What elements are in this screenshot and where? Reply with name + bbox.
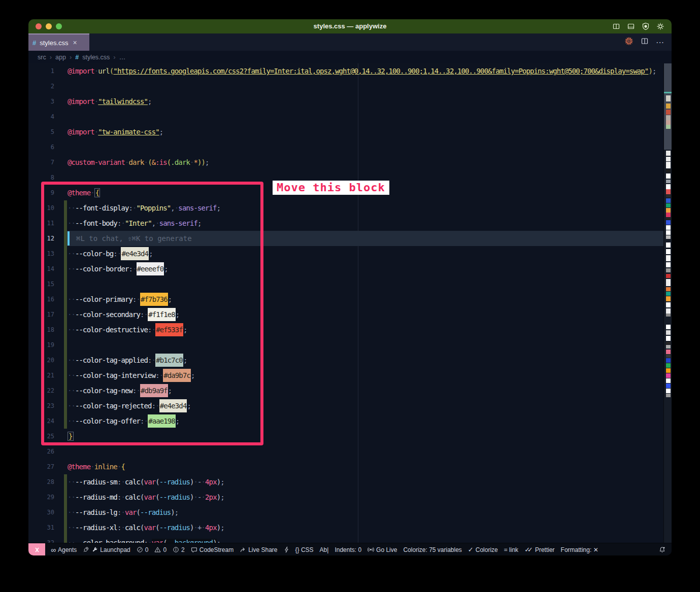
code-editor[interactable]: 1@import·url("https://fonts.googleapis.c… bbox=[28, 63, 672, 543]
code-token: ·· bbox=[68, 539, 75, 543]
overview-color-mark bbox=[666, 287, 671, 291]
code-line-29: ··--radius-md:·calc(var(--radius)·-·2px)… bbox=[28, 490, 663, 505]
ellipsis-icon[interactable]: ⋯ bbox=[656, 38, 664, 47]
code-token: ( bbox=[140, 524, 144, 532]
code-token: ( bbox=[140, 478, 144, 486]
code-token: :is bbox=[155, 158, 167, 166]
overview-color-mark bbox=[666, 180, 671, 183]
overview-color-mark bbox=[666, 120, 671, 125]
code-token: var bbox=[144, 524, 156, 532]
overview-color-mark bbox=[666, 110, 671, 115]
code-token: --radius bbox=[159, 478, 190, 486]
code-token: )) bbox=[197, 158, 205, 166]
annotation-rectangle bbox=[41, 182, 263, 445]
breadcrumb-file[interactable]: styles.css bbox=[82, 54, 110, 61]
overview-color-mark bbox=[666, 350, 671, 354]
tab-label: styles.css bbox=[40, 39, 68, 47]
overview-color-mark bbox=[666, 342, 671, 344]
overview-color-mark bbox=[666, 368, 671, 373]
statusbar-item-codestream[interactable]: CodeStream bbox=[191, 546, 234, 553]
code-token: "tw-animate-css" bbox=[98, 128, 159, 136]
overview-color-mark bbox=[666, 189, 671, 194]
code-token: --radius bbox=[159, 524, 190, 532]
layout-panel-icon[interactable] bbox=[627, 22, 635, 30]
statusbar-item-indents-0[interactable]: Indents: 0 bbox=[335, 546, 361, 553]
code-token: ; bbox=[159, 128, 163, 136]
code-token: ) bbox=[213, 539, 217, 543]
remote-indicator-button[interactable] bbox=[28, 543, 45, 555]
code-token: --radius bbox=[140, 508, 171, 516]
code-token: · bbox=[148, 539, 152, 543]
code-token: calc bbox=[125, 524, 140, 532]
code-token: inline bbox=[94, 463, 117, 471]
statusbar-item-bell-icon[interactable] bbox=[659, 546, 665, 553]
code-token: ·· bbox=[68, 508, 75, 516]
code-token: @import bbox=[68, 67, 94, 75]
statusbar-item-launchpad[interactable]: Launchpad bbox=[83, 546, 130, 553]
overview-color-mark bbox=[666, 151, 671, 156]
statusbar-item-bolt-icon[interactable] bbox=[284, 546, 289, 553]
breadcrumb-app[interactable]: app bbox=[55, 54, 66, 61]
overview-color-mark bbox=[666, 325, 671, 329]
code-token: · bbox=[194, 478, 198, 486]
statusbar-item-colorize-75-variables[interactable]: Colorize: 75 variables bbox=[403, 546, 461, 553]
breadcrumb-more[interactable]: … bbox=[119, 54, 126, 61]
statusbar-item-prettier[interactable]: ✓✓Prettier bbox=[524, 546, 554, 553]
wrench-icon bbox=[91, 546, 98, 553]
statusbar-item-0[interactable]: 0 bbox=[137, 546, 149, 553]
overview-ruler[interactable] bbox=[663, 63, 672, 543]
statusbar-label: Live Share bbox=[248, 546, 277, 553]
code-token: ·· bbox=[68, 478, 75, 486]
statusbar-label: Colorize: 75 variables bbox=[403, 546, 461, 553]
overview-color-mark bbox=[666, 255, 671, 261]
layout-columns-icon[interactable] bbox=[612, 22, 620, 30]
code-token: .dark bbox=[171, 158, 190, 166]
overview-color-mark bbox=[666, 336, 671, 341]
code-token: @import bbox=[68, 97, 94, 106]
code-token: · bbox=[121, 493, 125, 501]
code-token: ·· bbox=[68, 493, 75, 501]
gear-icon[interactable] bbox=[656, 22, 664, 30]
statusbar-item-agents[interactable]: ∞Agents bbox=[51, 546, 77, 553]
statusbar-item-colorize[interactable]: ✓Colorize bbox=[468, 546, 498, 553]
chevron-right-icon: › bbox=[50, 53, 52, 61]
code-line-27: @theme·inline·{ bbox=[28, 459, 663, 474]
shield-icon[interactable] bbox=[642, 22, 650, 30]
code-token: ( bbox=[155, 493, 159, 501]
statusbar-item-go-live[interactable]: Go Live bbox=[368, 546, 397, 553]
code-token: var bbox=[152, 539, 163, 543]
editor-actions: ⋯ bbox=[624, 33, 664, 51]
statusbar-item-live-share[interactable]: Live Share bbox=[240, 546, 277, 553]
statusbar-label: Indents: 0 bbox=[335, 546, 361, 553]
code-token: dark bbox=[128, 158, 144, 166]
tab-styles-css[interactable]: # styles.css × bbox=[28, 33, 89, 51]
warning-icon bbox=[154, 546, 161, 553]
code-line-5: @import·"tw-animate-css"; bbox=[28, 124, 663, 140]
statusbar-item-css[interactable]: {} CSS bbox=[295, 546, 314, 553]
info-icon bbox=[173, 546, 179, 553]
close-tab-icon[interactable]: × bbox=[73, 39, 77, 47]
overview-color-mark bbox=[666, 162, 671, 168]
statusbar-item-ab[interactable]: Ab| bbox=[320, 546, 329, 553]
statusbar-item-link[interactable]: = link bbox=[504, 546, 518, 553]
statusbar-item-formatting[interactable]: Formatting: ✕ bbox=[561, 546, 598, 553]
code-line-31: ··--radius-xl:·calc(var(--radius)·+·4px)… bbox=[28, 520, 663, 535]
overview-color-mark bbox=[666, 115, 671, 120]
code-token: var bbox=[125, 508, 137, 516]
title-bar: styles.css — applywize bbox=[28, 19, 672, 33]
error-icon bbox=[137, 546, 143, 553]
code-line-30: ··--radius-lg:·var(--radius); bbox=[28, 505, 663, 520]
code-token: --radius-sm bbox=[75, 478, 117, 486]
statusbar-item-2[interactable]: 2 bbox=[173, 546, 185, 553]
code-token: · bbox=[202, 478, 206, 486]
code-token: ( bbox=[155, 478, 159, 486]
breadcrumb-src[interactable]: src bbox=[38, 54, 46, 61]
bell-icon bbox=[659, 546, 665, 553]
starburst-icon[interactable] bbox=[624, 37, 634, 48]
split-editor-icon[interactable] bbox=[641, 37, 649, 47]
code-token: ; bbox=[175, 508, 179, 516]
overview-color-mark bbox=[666, 208, 671, 213]
code-token: url bbox=[98, 67, 110, 75]
statusbar-item-0[interactable]: 0 bbox=[154, 546, 166, 553]
overview-color-mark bbox=[666, 279, 671, 286]
